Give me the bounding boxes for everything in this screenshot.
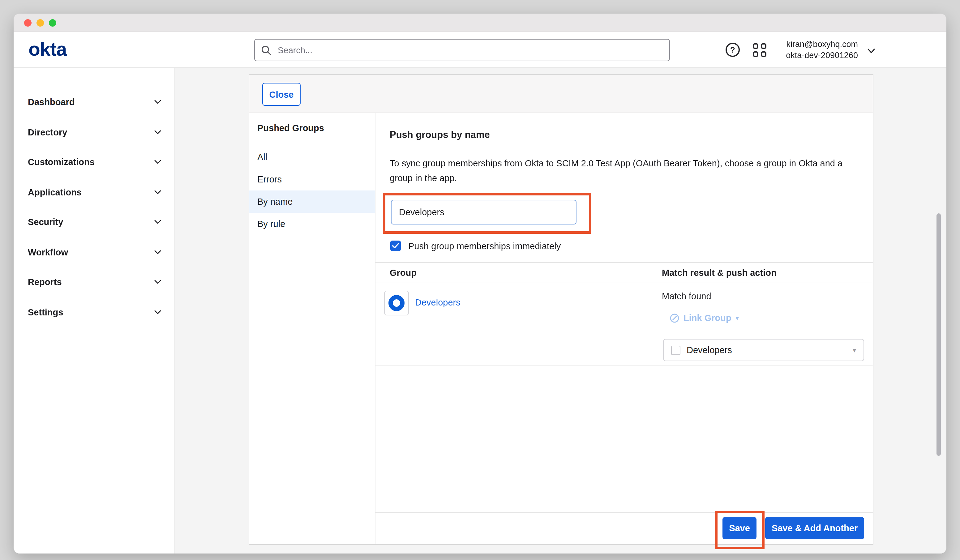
link-group-dropdown[interactable]: Link Group ▾ <box>670 313 739 323</box>
description-text: To sync group memberships from Okta to S… <box>390 156 851 186</box>
sidebar-item-customizations[interactable]: Customizations <box>14 147 174 177</box>
account-org: okta-dev-20901260 <box>786 50 858 61</box>
search-input[interactable] <box>277 45 663 56</box>
apps-grid-icon[interactable] <box>753 43 766 57</box>
select-chevron-icon: ▾ <box>853 346 856 354</box>
account-email: kiran@boxyhq.com <box>786 39 858 50</box>
grid-square <box>753 51 758 57</box>
linked-group-value: Developers <box>686 345 846 355</box>
chevron-down-icon: ▾ <box>736 315 739 321</box>
push-immediately-row: Push group memberships immediately <box>390 241 561 251</box>
group-avatar-icon <box>384 291 409 315</box>
link-group-label: Link Group <box>683 313 731 323</box>
main-area: Close Pushed Groups All Errors By name B… <box>175 68 946 554</box>
sidebar-item-label: Security <box>28 218 63 227</box>
panel-body: Pushed Groups All Errors By name By rule… <box>249 113 873 544</box>
sidebar-item-label: Settings <box>28 307 63 317</box>
subnav-item-errors[interactable]: Errors <box>249 168 375 190</box>
chevron-down-icon <box>154 190 162 195</box>
panel-toolbar: Close <box>249 75 873 113</box>
account-menu[interactable]: kiran@boxyhq.com okta-dev-20901260 <box>786 39 858 61</box>
subnav-item-by-rule[interactable]: By rule <box>249 213 375 235</box>
push-by-name-content: Push groups by name To sync group member… <box>376 113 873 544</box>
zoom-window-button[interactable] <box>49 19 56 26</box>
group-placeholder-icon <box>671 346 680 355</box>
table-header: Group Match result & push action <box>376 262 873 283</box>
match-status-text: Match found <box>662 291 711 301</box>
chevron-down-icon <box>154 100 162 105</box>
sidebar-item-security[interactable]: Security <box>14 207 174 237</box>
sidebar-item-directory[interactable]: Directory <box>14 117 174 147</box>
footer-divider <box>376 512 873 513</box>
sidebar-item-workflow[interactable]: Workflow <box>14 237 174 267</box>
sidebar-item-label: Reports <box>28 277 62 287</box>
okta-logo[interactable]: okta <box>29 37 67 62</box>
sidebar-item-label: Applications <box>28 187 82 197</box>
sidebar-item-dashboard[interactable]: Dashboard <box>14 87 174 117</box>
column-header-match: Match result & push action <box>662 268 777 278</box>
chevron-down-icon <box>154 250 162 255</box>
subnav-title: Pushed Groups <box>249 123 375 133</box>
push-immediately-checkbox[interactable] <box>390 241 401 251</box>
group-search-input[interactable] <box>391 200 576 224</box>
sidebar-item-label: Dashboard <box>28 98 75 107</box>
close-window-button[interactable] <box>24 19 32 26</box>
page-title: Push groups by name <box>390 129 490 141</box>
grid-square <box>753 43 758 49</box>
app-window: okta ? kiran@boxyhq.com okta-dev-2090126… <box>14 14 946 554</box>
save-button[interactable]: Save <box>722 517 757 539</box>
sidebar-item-reports[interactable]: Reports <box>14 267 174 297</box>
chevron-down-icon <box>154 280 162 285</box>
close-button[interactable]: Close <box>262 83 301 106</box>
push-immediately-label: Push group memberships immediately <box>408 241 561 251</box>
linked-group-select[interactable]: Developers ▾ <box>663 339 864 361</box>
sidebar: Dashboard Directory Customizations Appli… <box>14 68 175 554</box>
help-button[interactable]: ? <box>726 43 740 57</box>
checkbox-check-icon <box>392 243 399 249</box>
save-add-another-button[interactable]: Save & Add Another <box>765 517 864 539</box>
push-groups-panel: Close Pushed Groups All Errors By name B… <box>249 74 874 545</box>
question-icon: ? <box>730 45 735 54</box>
minimize-window-button[interactable] <box>37 19 44 26</box>
vertical-scrollbar[interactable] <box>936 213 941 456</box>
window-titlebar <box>14 14 946 32</box>
chevron-down-icon <box>154 310 162 315</box>
sidebar-item-applications[interactable]: Applications <box>14 177 174 207</box>
sidebar-item-settings[interactable]: Settings <box>14 297 174 327</box>
chevron-down-icon[interactable] <box>867 48 875 54</box>
column-header-group: Group <box>376 268 662 278</box>
table-row: Developers Match found Link Group ▾ <box>376 283 873 366</box>
pushed-groups-subnav: Pushed Groups All Errors By name By rule <box>249 113 376 544</box>
subnav-item-all[interactable]: All <box>249 146 375 168</box>
desktop: okta ? kiran@boxyhq.com okta-dev-2090126… <box>0 0 960 560</box>
global-search[interactable] <box>254 39 670 61</box>
chevron-down-icon <box>154 160 162 165</box>
top-nav: okta ? kiran@boxyhq.com okta-dev-2090126… <box>14 32 946 68</box>
group-name-link[interactable]: Developers <box>415 298 461 307</box>
chevron-down-icon <box>154 220 162 225</box>
link-group-icon <box>670 313 679 323</box>
sidebar-item-label: Directory <box>28 127 67 137</box>
sidebar-item-label: Customizations <box>28 157 94 167</box>
grid-square <box>761 43 766 49</box>
search-icon <box>261 45 272 55</box>
chevron-down-icon <box>154 130 162 135</box>
group-ring-icon <box>389 295 405 311</box>
grid-square <box>761 51 766 57</box>
subnav-item-by-name[interactable]: By name <box>249 190 375 213</box>
sidebar-item-label: Workflow <box>28 247 68 257</box>
